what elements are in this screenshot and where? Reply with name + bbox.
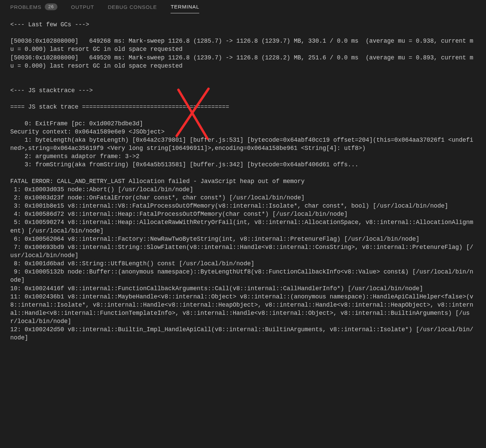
terminal-output[interactable]: <--- Last few GCs ---> [50036:0x10280800… — [0, 14, 486, 349]
tab-debug-label: DEBUG CONSOLE — [108, 3, 157, 11]
panel-tabs: PROBLEMS 26 OUTPUT DEBUG CONSOLE TERMINA… — [0, 0, 486, 14]
tab-problems-label: PROBLEMS — [10, 3, 41, 11]
tab-debug-console[interactable]: DEBUG CONSOLE — [108, 1, 157, 13]
tab-output[interactable]: OUTPUT — [71, 1, 94, 13]
tab-output-label: OUTPUT — [71, 3, 94, 11]
tab-problems[interactable]: PROBLEMS 26 — [10, 1, 57, 13]
tab-terminal-label: TERMINAL — [171, 3, 199, 10]
problems-badge: 26 — [45, 3, 57, 10]
tab-terminal[interactable]: TERMINAL — [171, 0, 199, 13]
